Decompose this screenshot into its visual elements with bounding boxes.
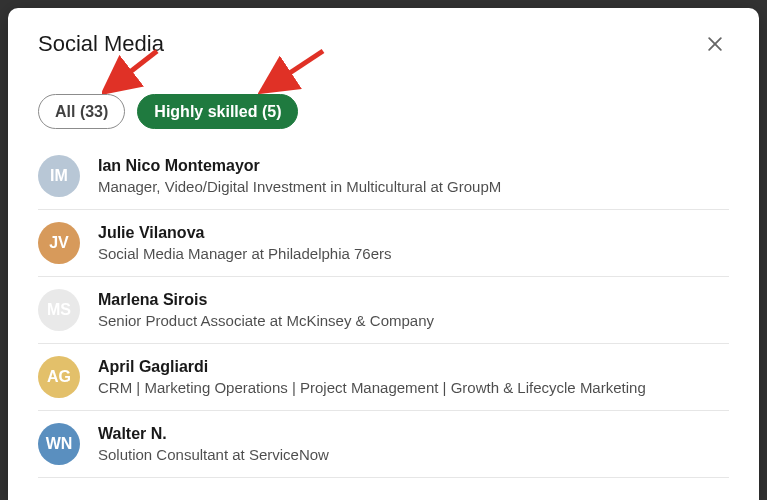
filter-highly-skilled[interactable]: Highly skilled (5) xyxy=(137,94,298,129)
filter-all[interactable]: All (33) xyxy=(38,94,125,129)
endorsements-modal: Social Media All (33) Highly skilled (5)… xyxy=(8,8,759,500)
endorser-headline: Manager, Video/Digital Investment in Mul… xyxy=(98,177,729,197)
filter-pills: All (33) Highly skilled (5) xyxy=(38,94,729,129)
endorser-headline: Solution Consultant at ServiceNow xyxy=(98,445,729,465)
endorser-headline: CRM | Marketing Operations | Project Man… xyxy=(98,378,729,398)
endorser-name: Marlena Sirois xyxy=(98,289,729,311)
avatar: WN xyxy=(38,423,80,465)
list-item[interactable]: AG April Gagliardi CRM | Marketing Opera… xyxy=(38,344,729,411)
list-item[interactable]: IM Ian Nico Montemayor Manager, Video/Di… xyxy=(38,155,729,210)
avatar: IM xyxy=(38,155,80,197)
avatar: MS xyxy=(38,289,80,331)
endorser-name: Julie Vilanova xyxy=(98,222,729,244)
endorser-headline: Senior Product Associate at McKinsey & C… xyxy=(98,311,729,331)
list-item[interactable]: JV Julie Vilanova Social Media Manager a… xyxy=(38,210,729,277)
list-item-info: Ian Nico Montemayor Manager, Video/Digit… xyxy=(98,155,729,197)
avatar: AG xyxy=(38,356,80,398)
list-item-info: Julie Vilanova Social Media Manager at P… xyxy=(98,222,729,264)
list-item-info: April Gagliardi CRM | Marketing Operatio… xyxy=(98,356,729,398)
list-item-info: Marlena Sirois Senior Product Associate … xyxy=(98,289,729,331)
close-button[interactable] xyxy=(701,30,729,58)
modal-header: Social Media xyxy=(38,30,729,58)
endorser-name: Walter N. xyxy=(98,423,729,445)
avatar: JV xyxy=(38,222,80,264)
list-item[interactable]: MS Marlena Sirois Senior Product Associa… xyxy=(38,277,729,344)
endorser-headline: Social Media Manager at Philadelphia 76e… xyxy=(98,244,729,264)
list-item-info: Walter N. Solution Consultant at Service… xyxy=(98,423,729,465)
endorser-name: Ian Nico Montemayor xyxy=(98,155,729,177)
close-icon xyxy=(705,34,725,54)
endorser-name: April Gagliardi xyxy=(98,356,729,378)
list-item[interactable]: WN Walter N. Solution Consultant at Serv… xyxy=(38,411,729,478)
endorser-list: IM Ian Nico Montemayor Manager, Video/Di… xyxy=(38,155,729,478)
modal-title: Social Media xyxy=(38,31,164,57)
